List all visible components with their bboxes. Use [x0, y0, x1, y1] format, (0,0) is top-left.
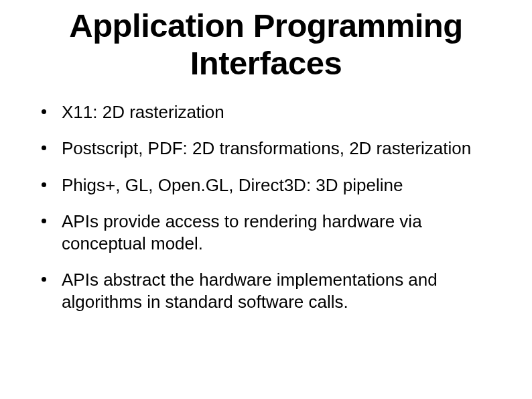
list-item: Postscript, PDF: 2D transformations, 2D … [42, 137, 505, 160]
list-item: Phigs+, GL, Open.GL, Direct3D: 3D pipeli… [42, 174, 505, 196]
list-item: APIs provide access to rendering hardwar… [42, 211, 505, 254]
list-item: APIs abstract the hardware implementatio… [42, 269, 505, 312]
slide-title: Application Programming Interfaces [27, 7, 505, 82]
list-item: X11: 2D rasterization [42, 101, 505, 123]
bullet-list: X11: 2D rasterization Postscript, PDF: 2… [27, 101, 505, 313]
